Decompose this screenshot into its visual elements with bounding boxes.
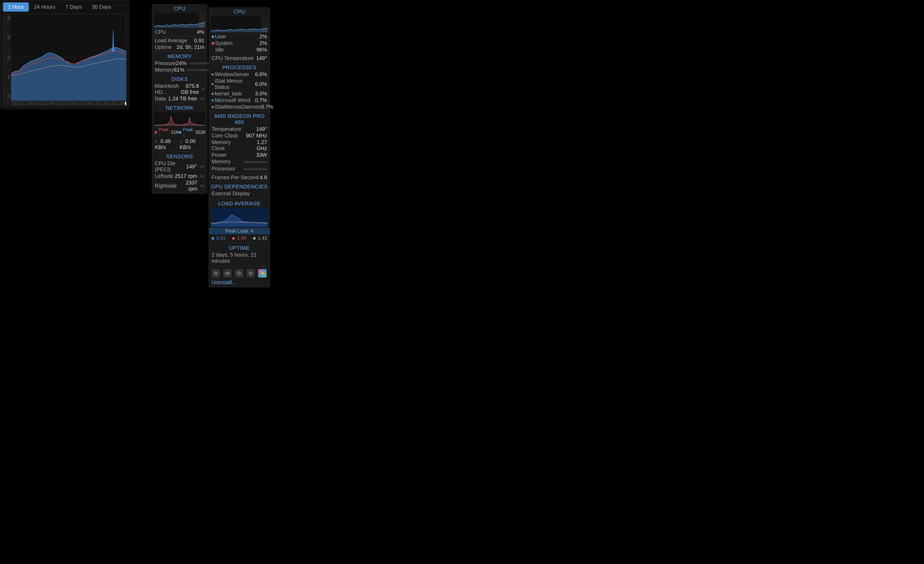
gpu-processor-row: Processor [209, 165, 270, 172]
cpu-row: CPU 4% [152, 29, 207, 35]
pressure-row: Pressure 24% [152, 60, 207, 66]
right-cpu-sparkline [211, 17, 268, 32]
load5-dot [232, 237, 235, 240]
cpu-sparkline [154, 13, 205, 28]
bottom-load-panel: 1 Hour 24 Hours 7 Days 30 Days 4 3 2 1 0 [0, 0, 129, 109]
load-values-row: 0.91 1.40 1.43 [209, 235, 270, 242]
process-dot-0 [212, 74, 214, 75]
sensor2-row: Leftside 2517 rpm [152, 173, 207, 179]
process-dot-3 [212, 99, 214, 101]
tab-30days[interactable]: 30 Days [87, 2, 116, 12]
peak-up-dot [155, 131, 157, 134]
load-avg-title: LOAD AVERAGE [209, 200, 270, 207]
peak-row: Peak ↑ 21K Peak ↓ 552K [152, 127, 207, 138]
fps-row: Frames Per Second 4.8 [209, 174, 270, 181]
cpu-temp-row: CPU Temperature 149° [209, 55, 270, 62]
load-avg-chart [211, 208, 268, 227]
process-istat: iStat Menus Status 6.0% [209, 78, 270, 90]
disk2-bar-bg [200, 98, 204, 100]
icon-cpu[interactable] [212, 269, 220, 278]
gpu-memclock-row: Memory Clock 1.27 GHz [209, 139, 270, 152]
y-axis: 4 3 2 1 0 [3, 14, 11, 101]
user-dot [212, 35, 214, 38]
chart-svg [11, 14, 126, 101]
processes-title: PROCESSES [209, 63, 270, 71]
gpu-memory-bar-bg [243, 161, 267, 163]
icon-color[interactable]: 🎨 [258, 269, 267, 278]
load1-dot [212, 237, 214, 240]
sensor2-bar-bg [200, 175, 204, 177]
memory-title: MEMORY [152, 52, 207, 60]
tab-bar: 1 Hour 24 Hours 7 Days 30 Days [0, 0, 129, 14]
sensor1-bar-bg [200, 165, 204, 168]
memory-bar-bg [187, 69, 211, 71]
process-dot-2 [212, 93, 214, 95]
uptime-title: UPTIME [209, 244, 270, 252]
disks-title: DISKS [152, 75, 207, 83]
system-dot [212, 42, 214, 45]
process-istatdaemon: iStatMenusDaemon 0.7% [209, 104, 270, 110]
gpu-deps-title: GPU DEPENDENCIES [209, 183, 270, 190]
svg-rect-1 [261, 17, 268, 32]
svg-rect-0 [199, 13, 205, 28]
process-kernel: kernel_task 3.0% [209, 90, 270, 97]
sensors-title: SENSORS [152, 152, 207, 160]
upload-row: ↑ 0.49 KB/s ↓ 0.00 KB/s [152, 138, 207, 150]
svg-point-17 [238, 273, 240, 274]
icon-toolbar: 🎨 [209, 268, 270, 279]
gpu-title: AMD RADEON PRO 460 [209, 112, 270, 126]
system-row: System 2% [209, 40, 270, 47]
peak-down-dot [179, 131, 181, 134]
pressure-bar-bg [189, 62, 210, 65]
process-dot-4 [212, 106, 214, 108]
gpu-processor-bar-bg [243, 168, 267, 170]
uptime-value-row: 2 days, 5 hours, 21 minutes [209, 252, 270, 266]
gpu-deps-row: External Display [209, 190, 270, 198]
tab-7days[interactable]: 7 Days [60, 2, 87, 12]
icon-memory[interactable] [223, 269, 232, 278]
icon-network[interactable] [246, 269, 255, 278]
disk2-row: Data 1.24 TB free [152, 95, 207, 102]
gpu-power-row: Power 33W [209, 152, 270, 158]
sensor1-row: CPU Die (PECI) 149° [152, 160, 207, 173]
left-cpu-title: CPU [152, 5, 207, 12]
load-average-row: Load Average 0.91 [152, 37, 207, 44]
icon-disk[interactable] [235, 269, 243, 278]
tab-1hour[interactable]: 1 Hour [3, 2, 29, 12]
load15-dot [253, 237, 256, 240]
svg-rect-3 [215, 272, 217, 274]
uptime-row: Uptime 2d, 5h, 21m [152, 44, 207, 51]
sensor3-row: Rightside 2337 rpm [152, 179, 207, 194]
x-axis: 12:31 12:36 12:41 12:46 12:51 12:56 1:01… [11, 101, 126, 106]
network-sparkline [154, 113, 205, 126]
peak-load-label: Peak Load: 4 [209, 228, 270, 235]
uninstall-row[interactable]: Uninstall... [209, 279, 270, 287]
process-dot-1 [212, 83, 213, 85]
disk1-bar-bg [201, 88, 204, 90]
right-cpu-title: CPU [209, 8, 270, 15]
clock-icon: 🕐 [124, 101, 126, 106]
right-cpu-panel: CPU User 2% System 2% Idle 96% CPU Tempe… [208, 8, 270, 287]
memory-usage-row: Memory 61% [152, 66, 207, 73]
network-title: NETWORK [152, 104, 207, 111]
user-row: User 2% [209, 33, 270, 40]
idle-row: Idle 96% [209, 47, 270, 53]
gpu-core-row: Core Clock 907 MHz [209, 132, 270, 139]
gpu-temp-row: Temperature 149° [209, 126, 270, 132]
disk1-row: Macintosh HD... 875.8 GB free [152, 83, 207, 95]
left-cpu-panel: CPU CPU 4% Load Average 0.91 Uptime 2d, … [152, 4, 207, 194]
tab-24hours[interactable]: 24 Hours [29, 2, 60, 12]
process-windowserver: WindowServer 6.6% [209, 71, 270, 78]
sensor3-bar-bg [200, 185, 204, 187]
process-word: Microsoft Word 0.7% [209, 97, 270, 104]
load-avg-big-chart: 4 3 2 1 0 [3, 14, 126, 106]
gpu-memory-row: Memory [209, 158, 270, 165]
